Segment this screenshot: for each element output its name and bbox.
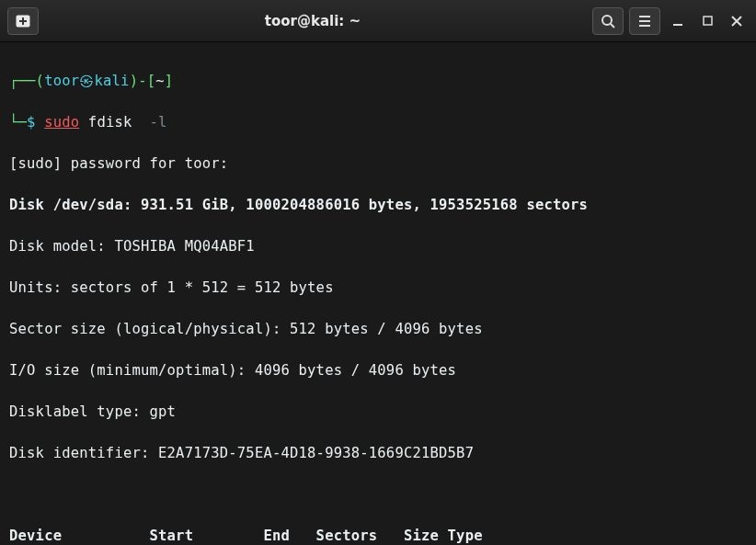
close-icon — [731, 16, 742, 27]
maximize-icon — [703, 16, 713, 26]
maximize-button[interactable] — [695, 9, 719, 33]
blank-line — [9, 484, 750, 505]
disklabel-type-line: Disklabel type: gpt — [9, 402, 750, 423]
sudo-password-line: [sudo] password for toor: — [9, 153, 750, 175]
close-button[interactable] — [725, 9, 749, 33]
svg-rect-4 — [704, 17, 712, 25]
menu-button[interactable] — [629, 7, 660, 35]
prompt-line-1: ┌──(toor㉿kali)-[~] — [9, 71, 750, 92]
sector-size-line: Sector size (logical/physical): 512 byte… — [9, 319, 750, 340]
minimize-icon — [672, 16, 683, 27]
window-title: toor@kali: ~ — [39, 13, 587, 29]
new-tab-button[interactable] — [7, 7, 39, 35]
disk-summary-line: Disk /dev/sda: 931.51 GiB, 1000204886016… — [9, 195, 750, 216]
svg-point-1 — [602, 16, 612, 25]
prompt-line-2: └─$ sudo fdisk -l — [9, 112, 750, 133]
disk-model-line: Disk model: TOSHIBA MQ04ABF1 — [9, 236, 750, 257]
disk-identifier-line: Disk identifier: E2A7173D-75EA-4D18-9938… — [9, 443, 750, 464]
units-line: Units: sectors of 1 * 512 = 512 bytes — [9, 278, 750, 299]
new-tab-icon — [16, 15, 30, 28]
minimize-button[interactable] — [666, 9, 690, 33]
io-size-line: I/O size (minimum/optimal): 4096 bytes /… — [9, 360, 750, 381]
titlebar: toor@kali: ~ — [0, 0, 756, 42]
svg-line-2 — [611, 24, 614, 28]
search-button[interactable] — [592, 7, 624, 35]
search-icon — [601, 14, 615, 28]
terminal-output[interactable]: ┌──(toor㉿kali)-[~] └─$ sudo fdisk -l [su… — [0, 42, 756, 545]
hamburger-icon — [638, 15, 651, 28]
table-header: Device Start End Sectors Size Type — [9, 526, 750, 546]
